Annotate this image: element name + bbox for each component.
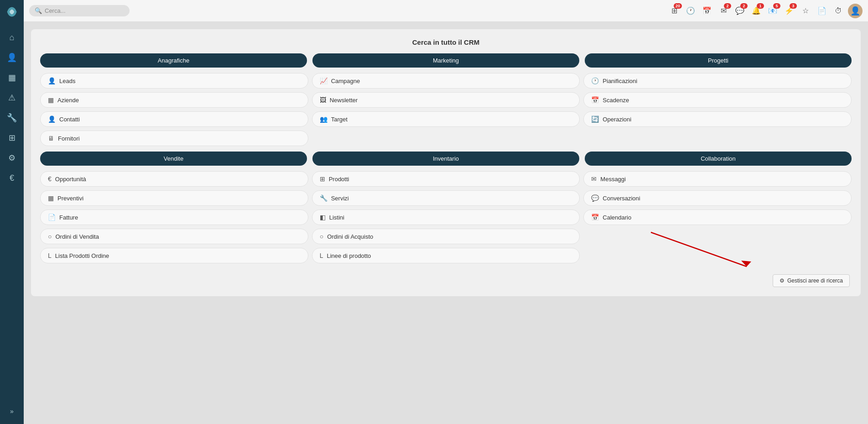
operazioni-label: Operazioni (603, 116, 631, 123)
listini-icon: ◧ (320, 214, 326, 221)
aziende-icon: ▦ (48, 96, 54, 104)
item-preventivi[interactable]: ▦ Preventivi (40, 190, 308, 206)
item-newsletter[interactable]: 🖼 Newsletter (312, 92, 580, 108)
timer-icon: ⏱ (835, 7, 842, 15)
calendar-icon-button[interactable]: 📅 (700, 4, 714, 18)
collaboration-label: Collaboration (701, 155, 736, 162)
item-servizi[interactable]: 🔧 Servizi (312, 190, 580, 206)
main-area: 🔍 Cerca... ⊞ 20 🕐 📅 ✉ 2 💬 2 (24, 0, 868, 424)
history-icon: 🕐 (686, 6, 695, 15)
sidebar-item-grid[interactable]: ⊞ (3, 129, 21, 147)
apps-icon-button[interactable]: ⊞ 20 (667, 4, 681, 18)
item-conversazioni[interactable]: 💬 Conversazioni (583, 190, 852, 206)
manage-areas-button[interactable]: ⚙ Gestisci aree di ricerca (773, 274, 850, 287)
item-scadenze[interactable]: 📅 Scadenze (583, 92, 852, 108)
linee-prodotto-label: Linee di prodotto (327, 252, 371, 259)
bell-icon-button[interactable]: 🔔 1 (749, 4, 763, 18)
ordini-vendita-icon: ○ (48, 233, 52, 240)
item-ordini-acquisto[interactable]: ○ Ordini di Acquisto (312, 229, 580, 244)
sidebar-item-home[interactable]: ⌂ (3, 28, 21, 47)
leads-icon: 👤 (48, 77, 56, 84)
item-prodotti[interactable]: ⊞ Prodotti (312, 171, 580, 187)
document-icon: 📄 (817, 6, 826, 15)
item-fatture[interactable]: 📄 Fatture (40, 209, 308, 225)
anagrafiche-label: Anagrafiche (158, 57, 189, 64)
conversazioni-label: Conversazioni (603, 195, 640, 202)
item-contatti[interactable]: 👤 Contatti (40, 111, 308, 127)
item-leads[interactable]: 👤 Leads (40, 73, 308, 89)
prodotti-icon: ⊞ (320, 175, 325, 183)
item-calendario[interactable]: 📅 Calendario (583, 209, 852, 225)
sidebar: ⌂ 👤 ▦ ⚠ 🔧 ⊞ ⚙ € » (0, 0, 24, 424)
search-input[interactable]: 🔍 Cerca... (29, 5, 130, 16)
target-icon: 👥 (320, 115, 327, 123)
item-fornitori[interactable]: 🖥 Fornitori (40, 131, 308, 146)
user-avatar[interactable]: 👤 (848, 4, 863, 18)
sidebar-expand-button[interactable]: » (3, 402, 21, 420)
sidebar-item-analytics[interactable]: ▦ (3, 68, 21, 87)
chat-badge: 2 (740, 3, 748, 9)
section-header-inventario[interactable]: Inventario (312, 152, 579, 166)
ordini-acquisto-icon: ○ (320, 233, 323, 240)
contatti-icon: 👤 (48, 115, 56, 123)
settings-icon: ⚙ (8, 153, 16, 163)
contacts-icon: 👤 (7, 52, 17, 63)
section-header-anagrafiche[interactable]: Anagrafiche (40, 53, 307, 68)
fatture-label: Fatture (59, 214, 78, 221)
gear-icon: ⚙ (780, 277, 785, 284)
topbar: 🔍 Cerca... ⊞ 20 🕐 📅 ✉ 2 💬 2 (24, 0, 868, 22)
preventivi-label: Preventivi (57, 195, 83, 202)
section-headers-row: Anagrafiche Marketing Progetti (40, 53, 852, 68)
item-ordini-vendita[interactable]: ○ Ordini di Vendita (40, 229, 308, 244)
timer-icon-button[interactable]: ⏱ (832, 4, 845, 18)
app-logo[interactable] (4, 4, 20, 20)
fornitori-icon: 🖥 (48, 135, 54, 142)
flash-badge: 3 (790, 3, 797, 9)
item-aziende[interactable]: ▦ Aziende (40, 92, 308, 108)
newsletter-icon: 🖼 (320, 96, 326, 104)
opportunita-label: Opportunità (55, 176, 86, 183)
item-linee-prodotto[interactable]: L Linee di prodotto (312, 248, 580, 263)
anagrafiche-marketing-progetti-items: 👤 Leads 📈 Campagne 🕐 Pianificazioni ▦ Az… (40, 73, 852, 146)
mail-icon-button[interactable]: ✉ 2 (717, 4, 730, 18)
item-pianificazioni[interactable]: 🕐 Pianificazioni (583, 73, 852, 89)
inventario-label: Inventario (433, 155, 459, 162)
item-operazioni[interactable]: 🔄 Operazioni (583, 111, 852, 127)
item-opportunita[interactable]: € Opportunità (40, 171, 308, 187)
item-listini[interactable]: ◧ Listini (312, 209, 580, 225)
servizi-icon: 🔧 (320, 194, 327, 202)
document-icon-button[interactable]: 📄 (815, 4, 829, 18)
chat-icon-button[interactable]: 💬 2 (733, 4, 747, 18)
sidebar-item-alerts[interactable]: ⚠ (3, 89, 21, 107)
section-header-collaboration[interactable]: Collaboration (585, 152, 852, 166)
history-icon-button[interactable]: 🕐 (684, 4, 697, 18)
star-icon-button[interactable]: ☆ (799, 4, 812, 18)
section-header-marketing[interactable]: Marketing (312, 53, 579, 68)
item-target[interactable]: 👥 Target (312, 111, 580, 127)
sidebar-item-currency[interactable]: € (3, 169, 21, 187)
section-header-progetti[interactable]: Progetti (585, 53, 852, 68)
contatti-label: Contatti (59, 116, 80, 123)
section-header-vendite[interactable]: Vendite (40, 152, 307, 166)
sidebar-item-settings[interactable]: ⚙ (3, 149, 21, 167)
linee-prodotto-icon: L (320, 252, 323, 259)
sidebar-item-contacts[interactable]: 👤 (3, 48, 21, 67)
item-messaggi[interactable]: ✉ Messaggi (583, 171, 852, 187)
flash-icon-button[interactable]: ⚡ 3 (782, 4, 796, 18)
search-icon: 🔍 (35, 7, 42, 14)
search-panel: Cerca in tutto il CRM Anagrafiche Market… (31, 29, 861, 296)
currency-icon: € (10, 173, 14, 183)
fornitori-label: Fornitori (58, 135, 80, 142)
email-badge: 5 (773, 3, 780, 9)
progetti-label: Progetti (708, 57, 728, 64)
mail-badge: 2 (724, 3, 731, 9)
item-campagne[interactable]: 📈 Campagne (312, 73, 580, 89)
analytics-icon: ▦ (8, 73, 16, 83)
ordini-vendita-label: Ordini di Vendita (55, 233, 99, 240)
item-lista-prodotti[interactable]: L Lista Prodotti Ordine (40, 248, 308, 263)
sidebar-item-tools[interactable]: 🔧 (3, 109, 21, 127)
topbar-icons: ⊞ 20 🕐 📅 ✉ 2 💬 2 🔔 1 📧 (667, 4, 863, 18)
lista-prodotti-icon: L (48, 252, 52, 259)
email-icon-button[interactable]: 📧 5 (766, 4, 780, 18)
vendite-inventario-collaboration-items: € Opportunità ⊞ Prodotti ✉ Messaggi ▦ Pr… (40, 171, 852, 263)
